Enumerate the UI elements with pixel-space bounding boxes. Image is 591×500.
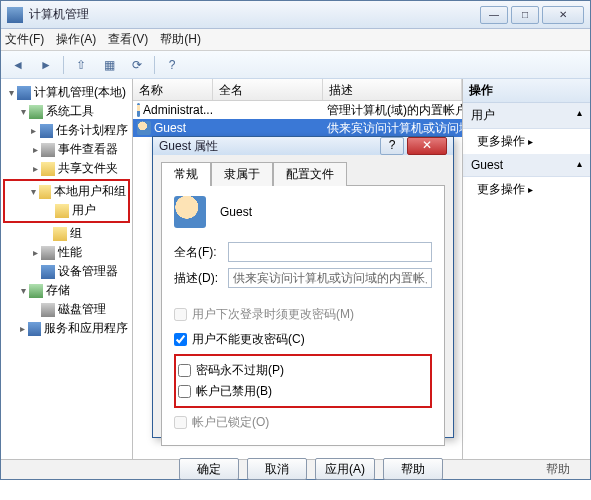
chevron-right-icon: ▸: [528, 184, 533, 195]
dev-icon: [41, 265, 55, 279]
tree-root[interactable]: ▾计算机管理(本地): [3, 83, 130, 102]
list-row-administrator[interactable]: Administrat... 管理计算机(域)的内置帐户: [133, 101, 462, 119]
user-icon: [137, 121, 151, 135]
toolbar: ◄ ► ⇧ ▦ ⟳ ?: [1, 51, 590, 79]
tab-member-of[interactable]: 隶属于: [211, 162, 273, 186]
tree-performance[interactable]: ▸性能: [3, 243, 130, 262]
chevron-up-icon: ▴: [577, 158, 582, 172]
minimize-button[interactable]: —: [480, 6, 508, 24]
dialog-titlebar[interactable]: Guest 属性 ? ✕: [153, 137, 453, 155]
chk-cannot-change-box[interactable]: [174, 333, 187, 346]
menu-view[interactable]: 查看(V): [108, 31, 148, 48]
help-button[interactable]: 帮助: [383, 458, 443, 480]
back-button[interactable]: ◄: [7, 54, 29, 76]
dialog-buttons: 确定 取消 应用(A) 帮助: [153, 452, 453, 486]
status-text: 帮助: [546, 461, 570, 478]
perf-icon: [41, 246, 55, 260]
list-row-guest[interactable]: Guest 供来宾访问计算机或访问域的内: [133, 119, 462, 137]
chk-locked-box: [174, 416, 187, 429]
chk-disabled[interactable]: 帐户已禁用(B): [178, 383, 428, 400]
nav-tree: ▾计算机管理(本地) ▾系统工具 ▸任务计划程序 ▸事件查看器 ▸共享文件夹 ▾…: [1, 79, 133, 459]
actions-group-users[interactable]: 用户▴: [463, 103, 590, 129]
tree-groups[interactable]: 组: [3, 224, 130, 243]
tab-general[interactable]: 常规: [161, 162, 211, 186]
tree-users[interactable]: 用户: [5, 201, 128, 220]
label-fullname: 全名(F):: [174, 244, 228, 261]
tree-local-users-groups[interactable]: ▾本地用户和组: [5, 182, 128, 201]
chk-must-change: 用户下次登录时须更改密码(M): [174, 306, 432, 323]
tree-device-manager[interactable]: 设备管理器: [3, 262, 130, 281]
list-header: 名称 全名 描述: [133, 79, 462, 101]
toolbar-separator: [63, 56, 64, 74]
dialog-title: Guest 属性: [159, 138, 380, 155]
forward-button[interactable]: ►: [35, 54, 57, 76]
menu-action[interactable]: 操作(A): [56, 31, 96, 48]
highlight-expire-disable: 密码永不过期(P) 帐户已禁用(B): [174, 354, 432, 408]
close-button[interactable]: ✕: [542, 6, 584, 24]
cancel-button[interactable]: 取消: [247, 458, 307, 480]
ok-button[interactable]: 确定: [179, 458, 239, 480]
actions-header: 操作: [463, 79, 590, 103]
menu-file[interactable]: 文件(F): [5, 31, 44, 48]
storage-icon: [29, 284, 43, 298]
dialog-help-button[interactable]: ?: [380, 137, 404, 155]
toolbar-separator: [154, 56, 155, 74]
menubar: 文件(F) 操作(A) 查看(V) 帮助(H): [1, 29, 590, 51]
tab-panel-general: Guest 全名(F): 描述(D): 用户下次登录时须更改密码(M) 用户不能…: [161, 185, 445, 446]
chk-no-expire[interactable]: 密码永不过期(P): [178, 362, 428, 379]
chevron-up-icon: ▴: [577, 107, 582, 124]
input-fullname[interactable]: [228, 242, 432, 262]
folder-icon: [55, 204, 69, 218]
tree-services[interactable]: ▸服务和应用程序: [3, 319, 130, 338]
menu-help[interactable]: 帮助(H): [160, 31, 201, 48]
chk-cannot-change[interactable]: 用户不能更改密码(C): [174, 331, 432, 348]
properties-icon[interactable]: ▦: [98, 54, 120, 76]
input-description[interactable]: [228, 268, 432, 288]
account-icon: [174, 196, 206, 228]
label-description: 描述(D):: [174, 270, 228, 287]
window-title: 计算机管理: [29, 6, 480, 23]
tree-system-tools[interactable]: ▾系统工具: [3, 102, 130, 121]
chk-locked: 帐户已锁定(O): [174, 414, 432, 431]
up-button[interactable]: ⇧: [70, 54, 92, 76]
actions-more-1[interactable]: 更多操作 ▸: [463, 129, 590, 154]
export-icon[interactable]: ⟳: [126, 54, 148, 76]
apply-button[interactable]: 应用(A): [315, 458, 375, 480]
col-fullname[interactable]: 全名: [213, 79, 323, 100]
sched-icon: [40, 124, 53, 138]
tools-icon: [29, 105, 43, 119]
chk-disabled-box[interactable]: [178, 385, 191, 398]
folder-icon: [53, 227, 67, 241]
tree-disk-mgmt[interactable]: 磁盘管理: [3, 300, 130, 319]
chk-no-expire-box[interactable]: [178, 364, 191, 377]
col-name[interactable]: 名称: [133, 79, 213, 100]
account-name: Guest: [220, 205, 252, 219]
actions-group-guest[interactable]: Guest▴: [463, 154, 590, 177]
help-icon[interactable]: ?: [161, 54, 183, 76]
folder-icon: [39, 185, 51, 199]
tab-profile[interactable]: 配置文件: [273, 162, 347, 186]
chevron-right-icon: ▸: [528, 136, 533, 147]
dialog-tabs: 常规 隶属于 配置文件: [153, 155, 453, 185]
highlight-local-users: ▾本地用户和组 用户: [3, 179, 130, 223]
chk-must-change-box: [174, 308, 187, 321]
guest-properties-dialog: Guest 属性 ? ✕ 常规 隶属于 配置文件 Guest 全名(F): 描述…: [152, 136, 454, 438]
user-icon: [137, 103, 140, 117]
actions-pane: 操作 用户▴ 更多操作 ▸ Guest▴ 更多操作 ▸: [462, 79, 590, 459]
tree-shared-folders[interactable]: ▸共享文件夹: [3, 159, 130, 178]
svc-icon: [28, 322, 41, 336]
event-icon: [41, 143, 55, 157]
app-icon: [7, 7, 23, 23]
titlebar[interactable]: 计算机管理 — □ ✕: [1, 1, 590, 29]
folder-icon: [41, 162, 55, 176]
tree-storage[interactable]: ▾存储: [3, 281, 130, 300]
mgmt-icon: [17, 86, 31, 100]
dialog-close-button[interactable]: ✕: [407, 137, 447, 155]
tree-task-scheduler[interactable]: ▸任务计划程序: [3, 121, 130, 140]
disk-icon: [41, 303, 55, 317]
actions-more-2[interactable]: 更多操作 ▸: [463, 177, 590, 202]
tree-event-viewer[interactable]: ▸事件查看器: [3, 140, 130, 159]
maximize-button[interactable]: □: [511, 6, 539, 24]
col-desc[interactable]: 描述: [323, 79, 462, 100]
